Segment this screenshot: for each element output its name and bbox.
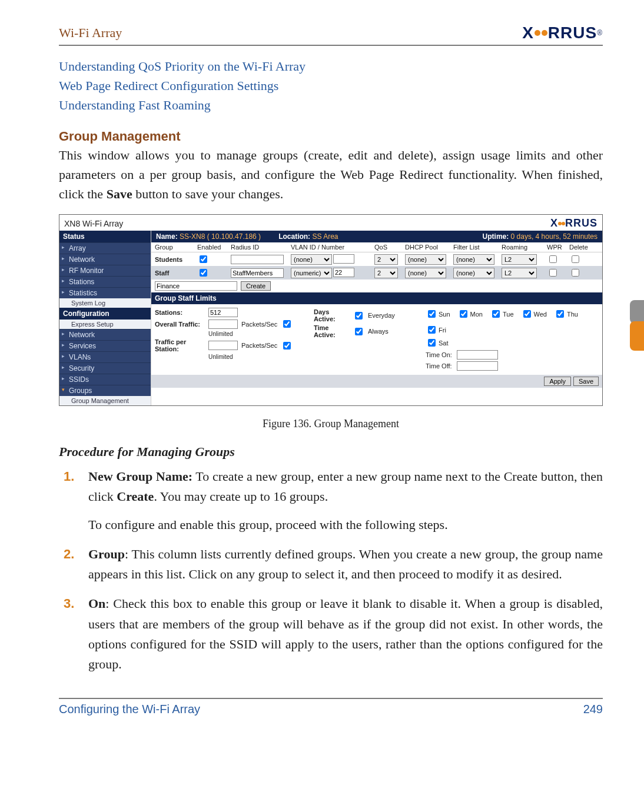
stations-input[interactable] [208, 308, 238, 317]
group-name[interactable]: Students [155, 256, 182, 263]
figure-screenshot: XN8 Wi-Fi Array XRRUS Status Array Netwo… [59, 214, 603, 406]
link-qos[interactable]: Understanding QoS Priority on the Wi-Fi … [59, 56, 603, 76]
time-off-input[interactable] [457, 361, 498, 371]
vlan-num-input[interactable] [333, 254, 354, 264]
new-group-input[interactable] [155, 281, 237, 291]
per-unlimited-checkbox[interactable] [283, 342, 291, 350]
table-header: Group Enabled Radius ID VLAN ID / Number… [151, 242, 602, 252]
enabled-checkbox[interactable] [200, 255, 207, 263]
sidebar: Status Array Network RF Monitor Stations… [59, 231, 151, 405]
overall-unlimited-checkbox[interactable] [283, 320, 291, 328]
table-row: Staff (numeric) 2 (none) (none) L2 [151, 266, 602, 279]
sidebar-section-status: Status [59, 231, 151, 242]
group-name[interactable]: Staff [155, 269, 169, 277]
sidebar-sub-group-mgmt[interactable]: Group Management [59, 396, 151, 405]
time-on-label: Time On: [426, 351, 452, 358]
stations-label: Stations: [155, 309, 205, 316]
apply-button[interactable]: Apply [544, 377, 571, 386]
overall-label: Overall Traffic: [155, 321, 205, 328]
vlan-num-input[interactable] [333, 268, 354, 277]
window-brand-logo: XRRUS [550, 217, 597, 229]
overall-traffic-input[interactable] [208, 320, 238, 329]
per-station-input[interactable] [208, 341, 238, 350]
sidebar-item-rf-monitor[interactable]: RF Monitor [59, 265, 151, 276]
days-active-label: Days Active: [314, 308, 349, 322]
day-thu-checkbox[interactable] [556, 310, 564, 318]
dhcp-select[interactable]: (none) [405, 254, 446, 265]
limits-title: Group Staff Limits [151, 292, 602, 304]
table-row: Students (none) 2 (none) (none) L2 [151, 252, 602, 266]
save-button[interactable]: Save [573, 377, 599, 386]
qos-select[interactable]: 2 [374, 254, 398, 265]
page-number: 249 [583, 703, 603, 716]
day-wed-checkbox[interactable] [523, 310, 531, 318]
roaming-select[interactable]: L2 [502, 254, 537, 265]
sidebar-item-services[interactable]: Services [59, 340, 151, 351]
brand-logo: XRRUS® [522, 24, 603, 42]
sidebar-item-ssids[interactable]: SSIDs [59, 374, 151, 385]
sidebar-item-groups[interactable]: Groups [59, 385, 151, 396]
time-off-label: Time Off: [426, 362, 452, 370]
window-title: XN8 Wi-Fi Array [64, 219, 123, 228]
time-active-label: Time Active: [314, 324, 349, 338]
sidebar-item-stations[interactable]: Stations [59, 276, 151, 287]
sidebar-item-network[interactable]: Network [59, 254, 151, 265]
day-mon-checkbox[interactable] [460, 310, 467, 318]
time-on-input[interactable] [457, 350, 498, 360]
figure-caption: Figure 136. Group Management [59, 418, 603, 430]
list-item: 1. New Group Name: To create a new group… [88, 467, 603, 535]
day-fri-checkbox[interactable] [428, 326, 436, 334]
link-fast-roaming[interactable]: Understanding Fast Roaming [59, 95, 603, 115]
footer-left: Configuring the Wi-Fi Array [59, 703, 200, 716]
radius-id-input[interactable] [231, 268, 284, 278]
day-sun-checkbox[interactable] [428, 310, 436, 318]
delete-checkbox[interactable] [572, 269, 579, 277]
day-tue-checkbox[interactable] [492, 310, 500, 318]
sidebar-item-security[interactable]: Security [59, 362, 151, 374]
vlan-type-select[interactable]: (numeric) [291, 268, 332, 278]
sidebar-item-vlans[interactable]: VLANs [59, 351, 151, 362]
always-checkbox[interactable] [355, 328, 363, 335]
list-item: 2. Group: This column lists currently de… [88, 544, 603, 584]
filter-select[interactable]: (none) [453, 268, 494, 278]
sidebar-item-network2[interactable]: Network [59, 329, 151, 340]
sidebar-sub-systemlog[interactable]: System Log [59, 298, 151, 308]
sidebar-item-array[interactable]: Array [59, 242, 151, 254]
sidebar-item-express-setup[interactable]: Express Setup [59, 320, 151, 329]
sidebar-section-config: Configuration [59, 308, 151, 320]
page-header-title: Wi-Fi Array [59, 25, 122, 41]
everyday-checkbox[interactable] [355, 312, 363, 320]
section-paragraph: This window allows you to manage groups … [59, 145, 603, 204]
vlan-type-select[interactable]: (none) [291, 254, 332, 265]
day-sat-checkbox[interactable] [428, 339, 436, 347]
create-button[interactable]: Create [241, 281, 271, 291]
roaming-select[interactable]: L2 [502, 268, 537, 278]
per-station-label: Traffic per Station: [155, 338, 205, 352]
wpr-checkbox[interactable] [549, 269, 557, 277]
procedure-heading: Procedure for Managing Groups [59, 444, 603, 460]
link-wpr[interactable]: Web Page Redirect Configuration Settings [59, 76, 603, 95]
delete-checkbox[interactable] [572, 255, 579, 263]
enabled-checkbox[interactable] [200, 269, 207, 277]
section-heading: Group Management [59, 129, 603, 144]
list-item: 3. On: Check this box to enable this gro… [88, 594, 603, 674]
info-bar: Name: SS-XN8 ( 10.100.47.186 ) Location:… [151, 231, 602, 242]
filter-select[interactable]: (none) [453, 254, 494, 265]
dhcp-select[interactable]: (none) [405, 268, 446, 278]
sidebar-item-statistics[interactable]: Statistics [59, 287, 151, 298]
radius-id-input[interactable] [231, 255, 284, 264]
page-side-tab [630, 300, 644, 353]
wpr-checkbox[interactable] [549, 255, 557, 263]
qos-select[interactable]: 2 [374, 268, 398, 278]
